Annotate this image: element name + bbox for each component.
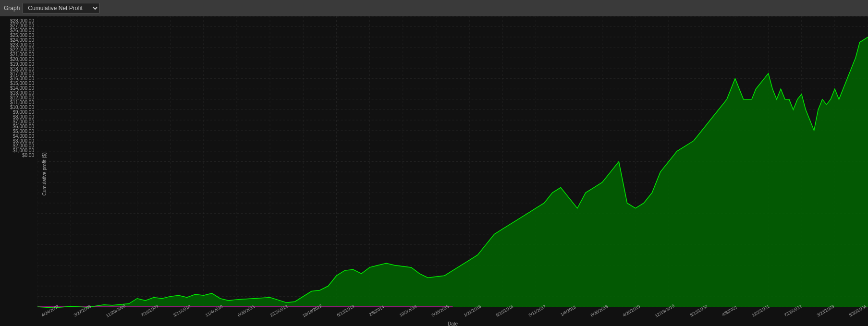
x-labels: 4/24/20073/27/200811/20/20087/16/20093/1…	[37, 307, 868, 314]
chart-inner: 4/24/20073/27/200811/20/20087/16/20093/1…	[37, 16, 868, 326]
x-axis-label: 1/4/2018	[560, 304, 576, 317]
x-axis-title: Date	[37, 321, 868, 326]
graph-label: Graph	[4, 5, 20, 12]
chart-area: Cumulative profit ($) $28,000.00$27,000.…	[0, 16, 868, 326]
graph-type-select[interactable]: Cumulative Net ProfitDrawdownTrade P&L	[23, 3, 99, 13]
x-axis-label: 4/8/2021	[721, 304, 738, 317]
app: Graph Cumulative Net ProfitDrawdownTrade…	[0, 0, 868, 326]
y-axis: $28,000.00$27,000.00$26,000.00$25,000.00…	[0, 16, 36, 177]
chart-svg	[37, 16, 868, 326]
x-axis: 4/24/20073/27/200811/20/20087/16/20093/1…	[37, 307, 868, 326]
y-axis-label: $0.00	[22, 153, 34, 158]
x-axis-label: 2/6/2014	[368, 304, 385, 317]
toolbar: Graph Cumulative Net ProfitDrawdownTrade…	[0, 0, 868, 16]
